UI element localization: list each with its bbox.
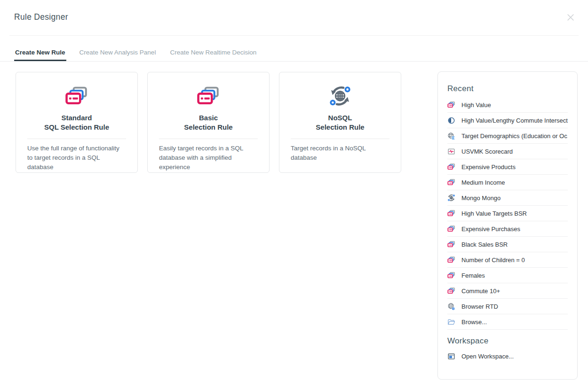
rule-card-nosql-selection-rule[interactable]: NoSQLSelection RuleTarget records in a N… <box>279 72 401 173</box>
nosql-icon <box>328 85 352 109</box>
sql-cards-icon <box>197 85 220 109</box>
cards-icon <box>447 101 455 109</box>
card-description: Target records in a NoSQL database <box>279 139 401 163</box>
globe-bars-icon <box>447 132 455 140</box>
cards-icon <box>447 210 455 218</box>
list-item-number-of-children-0[interactable]: Number of Children = 0 <box>447 252 568 268</box>
card-title: StandardSQL Selection Rule <box>16 113 137 132</box>
list-item-browser-rtd[interactable]: Browser RTD <box>447 299 568 314</box>
list-item-browse[interactable]: Browse... <box>447 314 568 330</box>
rule-card-grid: StandardSQL Selection RuleUse the full r… <box>16 72 401 173</box>
card-description: Use the full range of functionality to t… <box>16 139 137 172</box>
list-item-label: Expensive Products <box>461 163 516 171</box>
cards-icon <box>447 179 455 187</box>
folder-open-icon <box>447 318 455 326</box>
list-item-expensive-products[interactable]: Expensive Products <box>447 159 568 175</box>
list-item-label: Open Workspace... <box>461 353 514 360</box>
card-description: Easily target records in a SQL database … <box>148 139 269 172</box>
cards-icon <box>447 287 455 295</box>
list-item-label: Commute 10+ <box>461 288 500 295</box>
workspace-list: Open Workspace... <box>447 349 568 364</box>
card-icon-wrap <box>16 85 137 109</box>
nosql-icon <box>447 194 455 202</box>
recent-panel: Recent High ValueHigh Value/Lengthy Comm… <box>437 71 578 380</box>
list-item-label: High Value/Lengthy Commute Intersect <box>461 117 568 124</box>
workspace-heading: Workspace <box>447 336 568 346</box>
list-item-label: Number of Children = 0 <box>461 257 525 264</box>
intersect-icon <box>447 117 455 124</box>
recent-list: High ValueHigh Value/Lengthy Commute Int… <box>447 97 568 330</box>
scorecard-icon <box>447 148 455 156</box>
workspace-icon <box>447 352 455 360</box>
list-item-high-value-lengthy-commute-intersect[interactable]: High Value/Lengthy Commute Intersect <box>447 113 568 128</box>
cards-icon <box>447 241 455 249</box>
tab-create-new-analysis-panel[interactable]: Create New Analysis Panel <box>79 49 157 61</box>
list-item-label: Black Sales BSR <box>461 241 508 248</box>
list-item-mongo-mongo[interactable]: Mongo Mongo <box>447 190 568 206</box>
list-item-label: Mongo Mongo <box>461 194 501 202</box>
globe-badge-icon <box>447 303 455 311</box>
close-icon <box>566 13 575 22</box>
list-item-label: High Value <box>461 101 491 109</box>
list-item-label: Target Demographics (Education or Oc... <box>461 132 568 140</box>
list-item-high-value-targets-bsr[interactable]: High Value Targets BSR <box>447 206 568 221</box>
list-item-open-workspace[interactable]: Open Workspace... <box>447 349 568 364</box>
rule-card-basic-selection-rule[interactable]: BasicSelection RuleEasily target records… <box>147 72 270 173</box>
rule-card-standard-sql-selection-rule[interactable]: StandardSQL Selection RuleUse the full r… <box>16 72 138 173</box>
recent-heading: Recent <box>447 84 568 93</box>
list-item-high-value[interactable]: High Value <box>447 97 568 113</box>
cards-icon <box>447 225 455 233</box>
list-item-females[interactable]: Females <box>447 268 568 283</box>
tab-create-new-realtime-decision[interactable]: Create New Realtime Decision <box>169 49 257 61</box>
tab-create-new-rule[interactable]: Create New Rule <box>14 49 66 61</box>
list-item-commute-10[interactable]: Commute 10+ <box>447 283 568 299</box>
list-item-label: Females <box>461 272 485 279</box>
close-button[interactable] <box>564 11 577 23</box>
list-item-label: High Value Targets BSR <box>461 210 527 217</box>
card-title: BasicSelection Rule <box>148 113 269 132</box>
cards-icon <box>447 272 455 280</box>
list-item-label: Browse... <box>461 319 487 326</box>
sql-cards-icon <box>65 85 88 109</box>
list-item-black-sales-bsr[interactable]: Black Sales BSR <box>447 237 568 252</box>
tab-bar-divider <box>0 61 588 62</box>
list-item-label: Browser RTD <box>461 303 498 310</box>
card-icon-wrap <box>148 85 269 109</box>
list-item-label: Expensive Purchases <box>461 226 520 233</box>
cards-icon <box>447 256 455 264</box>
list-item-medium-income[interactable]: Medium Income <box>447 175 568 190</box>
list-item-expensive-purchases[interactable]: Expensive Purchases <box>447 221 568 237</box>
card-title: NoSQLSelection Rule <box>279 113 401 132</box>
cards-icon <box>447 163 455 171</box>
tab-bar: Create New RuleCreate New Analysis Panel… <box>14 49 257 61</box>
list-item-label: USVMK Scorecard <box>461 148 513 155</box>
list-item-label: Medium Income <box>461 179 505 186</box>
list-item-target-demographics-education-or-oc[interactable]: Target Demographics (Education or Oc... <box>447 128 568 144</box>
list-item-usvmk-scorecard[interactable]: USVMK Scorecard <box>447 144 568 159</box>
page-title: Rule Designer <box>14 12 68 22</box>
card-icon-wrap <box>279 85 401 109</box>
header-divider <box>9 35 579 36</box>
